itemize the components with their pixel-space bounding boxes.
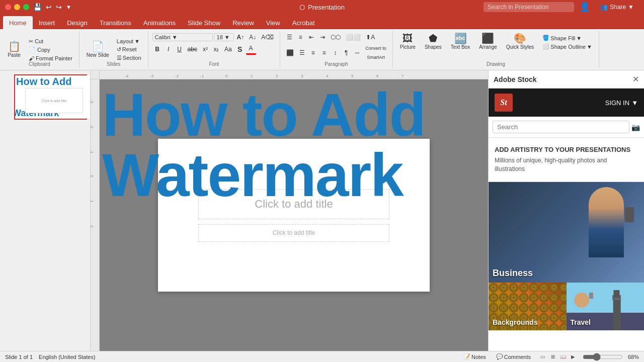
justify-button[interactable]: ≡ [319, 48, 329, 58]
text-direction-button[interactable]: ⬆A [364, 32, 377, 42]
tab-review[interactable]: Review [226, 16, 260, 29]
columns-button[interactable]: ▫▫ [352, 48, 362, 58]
tab-acrobat[interactable]: Acrobat [286, 16, 321, 29]
paragraph-spacing-button[interactable]: ¶ [341, 48, 351, 58]
toolbar-redo-icon[interactable]: ↪ [56, 3, 62, 11]
strikethrough-button[interactable]: abc [186, 44, 199, 54]
stock-search: 📷 [489, 117, 644, 138]
numbered-list-button[interactable]: ≡ [295, 32, 305, 42]
tab-transitions[interactable]: Transitions [94, 16, 137, 29]
view-buttons: ▭ ⊞ 📖 ▶ [538, 353, 578, 360]
align-center-button[interactable]: ☰ [297, 48, 307, 58]
normal-view-button[interactable]: ▭ [538, 353, 547, 360]
svg-text:-4: -4 [125, 74, 129, 78]
section-button[interactable]: ☰ Section [114, 54, 144, 62]
shape-outline-icon: ⬜ [542, 43, 549, 50]
quick-styles-button[interactable]: 🎨 Quick Styles [503, 32, 537, 51]
slide-subtitle-placeholder[interactable]: Click to add title [198, 224, 389, 242]
font-case-button[interactable]: Aa [222, 44, 234, 54]
increase-indent-button[interactable]: ⇥ [317, 32, 328, 42]
reading-view-button[interactable]: 📖 [558, 353, 568, 360]
align-right-button[interactable]: ≡ [308, 48, 318, 58]
slide-canvas[interactable]: Click to add title Click to add title [158, 139, 430, 292]
picture-button[interactable]: 🖼 Picture [397, 32, 419, 51]
slide-thumb-inner: How to Add Watermark Click to add title [15, 75, 91, 119]
layout-button[interactable]: Layout ▼ [114, 38, 144, 45]
toolbar-customize-icon[interactable]: ▼ [66, 4, 71, 10]
svg-text:2: 2 [91, 225, 94, 228]
stock-grid: Business [489, 182, 644, 351]
picture-icon: 🖼 [403, 33, 413, 43]
arrange-button[interactable]: ⬛ Arrange [476, 32, 500, 51]
shape-outline-button[interactable]: ⬜ Shape Outline ▼ [540, 43, 595, 50]
comments-button[interactable]: 💬 Comments [494, 353, 533, 360]
sign-in-button[interactable]: SIGN IN ▼ [605, 99, 638, 107]
slide-sorter-button[interactable]: ⊞ [548, 353, 557, 360]
toolbar-undo-icon[interactable]: ↩ [46, 3, 52, 11]
underline-button[interactable]: U [175, 44, 185, 54]
notes-button[interactable]: 📝 Notes [461, 353, 489, 360]
text-box-button[interactable]: 🔤 Text Box [448, 32, 473, 51]
decrease-indent-button[interactable]: ⇤ [306, 32, 316, 42]
font-name-row: Calibri ▼ 18 ▼ A↑ A↓ A⌫ [152, 32, 276, 42]
svg-text:-1: -1 [200, 74, 204, 78]
search-presentation-input[interactable] [484, 2, 574, 12]
reset-button[interactable]: ↺ Reset [114, 46, 144, 53]
tab-insert[interactable]: Insert [33, 16, 61, 29]
slides-group: 📄 New Slide Layout ▼ ↺ Reset ☰ Section S… [79, 31, 148, 68]
convert-smartart-button[interactable]: Convert toSmartArt [363, 43, 388, 62]
font-family-selector[interactable]: Calibri ▼ [152, 33, 213, 41]
toolbar-save-icon[interactable]: 💾 [33, 3, 42, 11]
svg-text:-1: -1 [91, 150, 94, 154]
decrease-font-button[interactable]: A↓ [247, 32, 258, 42]
tab-home[interactable]: Home [3, 16, 33, 29]
subscript-button[interactable]: x₂ [211, 44, 221, 54]
fullscreen-window-button[interactable] [23, 4, 29, 10]
minimize-window-button[interactable] [14, 4, 20, 10]
tab-view[interactable]: View [260, 16, 286, 29]
stock-bottom-row: Backgrounds [489, 283, 644, 330]
canvas-container: -4-3-2 -101 234 567 -3 -2 -1 0 1 [91, 70, 488, 351]
svg-text:0: 0 [225, 74, 228, 78]
bullet-list-button[interactable]: ☰ [284, 32, 294, 42]
share-button[interactable]: 👥 Share ▼ [595, 2, 639, 13]
svg-text:3: 3 [301, 74, 303, 78]
tab-design[interactable]: Design [61, 16, 93, 29]
close-window-button[interactable] [5, 4, 11, 10]
line-spacing-button[interactable]: ↕ [330, 48, 340, 58]
add-columns-button[interactable]: ⬜⬜ [344, 32, 363, 42]
stock-search-input[interactable] [493, 121, 629, 133]
stock-item-business[interactable]: Business [489, 182, 644, 283]
stock-search-icon[interactable]: 📷 [631, 123, 640, 131]
slideshow-button[interactable]: ▶ [569, 353, 578, 360]
align-left-button[interactable]: ⬛ [284, 48, 296, 58]
paste-button[interactable]: 📋 Paste [4, 40, 24, 59]
side-panel-header: Adobe Stock ✕ [489, 70, 644, 88]
font-size-selector[interactable]: 18 ▼ [214, 33, 234, 41]
slide-thumbnail[interactable]: How to Add Watermark Click to add title [14, 74, 87, 120]
slide-title-placeholder[interactable]: Click to add title [198, 189, 389, 219]
shapes-button[interactable]: ⬟ Shapes [422, 32, 445, 51]
increase-font-button[interactable]: A↑ [235, 32, 247, 42]
zoom-slider[interactable] [583, 353, 623, 361]
clear-format-button[interactable]: A⌫ [259, 32, 276, 42]
text-shadow-button[interactable]: S [235, 44, 245, 54]
thumb-slide-box: Click to add title [25, 88, 83, 113]
tab-slideshow[interactable]: Slide Show [182, 16, 226, 29]
copy-button[interactable]: 📄 Copy [26, 46, 75, 54]
shape-fill-button[interactable]: 🪣 Shape Fill ▼ [540, 34, 595, 42]
font-color-button[interactable]: A [246, 43, 256, 55]
stock-item-travel[interactable]: Travel [567, 283, 645, 330]
tab-animations[interactable]: Animations [137, 16, 182, 29]
superscript-button[interactable]: x² [200, 44, 210, 54]
bold-button[interactable]: B [152, 44, 163, 54]
side-panel-close-button[interactable]: ✕ [632, 74, 639, 84]
quick-styles-icon: 🎨 [514, 33, 526, 43]
cut-button[interactable]: ✂ Cut [26, 38, 75, 45]
smartart-button[interactable]: ⬡⬡ [329, 32, 343, 42]
italic-button[interactable]: I [164, 44, 174, 54]
new-slide-button[interactable]: 📄 New Slide [84, 40, 112, 59]
slides-label: Slides [107, 61, 120, 67]
stock-item-backgrounds[interactable]: Backgrounds [489, 283, 567, 330]
format-painter-button[interactable]: 🖌 Format Painter [26, 55, 75, 62]
